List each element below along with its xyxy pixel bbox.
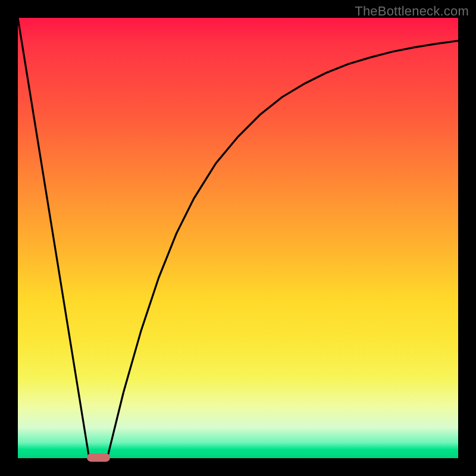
watermark-text: TheBottleneck.com xyxy=(355,4,469,19)
curve-svg xyxy=(18,18,458,458)
chart-container: TheBottleneck.com xyxy=(0,0,476,476)
bottom-marker xyxy=(87,453,110,462)
plot-area xyxy=(18,18,458,458)
left-line-path xyxy=(18,18,89,458)
right-curve-path xyxy=(107,40,458,458)
